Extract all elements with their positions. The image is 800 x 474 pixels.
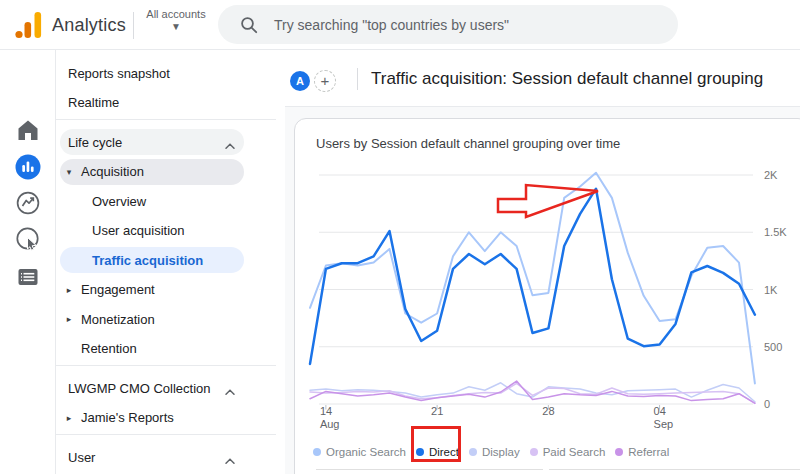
sidebar-item-label: Traffic acquisition [92,253,203,268]
chevron-down-icon: ▼ [142,21,210,32]
report-content: Users by Session default channel groupin… [285,107,800,474]
triangle-right-icon: ▸ [62,306,76,332]
home-icon[interactable] [15,117,41,143]
y-axis-label: 1.5K [764,226,787,238]
legend-label: Direct [429,446,459,458]
sidebar-divider [56,365,276,366]
legend-dot-icon [615,448,623,456]
sidebar-item-label: Retention [81,341,137,356]
page-title: Traffic acquisition: Session default cha… [371,50,763,107]
sidebar-item-label: Reports snapshot [68,66,170,81]
y-axis-label: 0 [764,398,770,410]
x-axis-label: 14 [320,405,332,417]
line-chart[interactable]: 2K1.5K1K500014Aug212804Sep [295,157,800,439]
sidebar-item-traffic-acquisition[interactable]: Traffic acquisition [60,247,244,273]
nav-icon-rail [0,50,56,474]
sidebar-item-label: Engagement [81,282,155,297]
legend-dot-icon [469,448,477,456]
legend-label: Referral [628,446,669,458]
reports-icon[interactable] [15,154,41,180]
report-header: A + Traffic acquisition: Session default… [285,50,800,107]
legend-label: Organic Search [326,446,406,458]
annotation-arrow [498,185,598,217]
triangle-right-icon: ▸ [62,277,76,303]
sidebar-item-monetization[interactable]: ▸Monetization [60,306,244,332]
search-placeholder: Try searching "top countries by users" [274,17,509,33]
legend-dot-icon [313,448,321,456]
legend-item-referral[interactable]: Referral [615,446,669,458]
y-axis-label: 500 [764,341,782,353]
y-axis-label: 1K [764,284,778,296]
chevron-up-icon [224,453,236,461]
legend-label: Display [482,446,520,458]
analytics-logo[interactable]: Analytics [14,10,129,40]
y-axis-label: 2K [764,169,778,181]
chevron-up-icon [224,384,236,392]
sidebar-item-label: Life cycle [68,135,122,150]
sidebar-item-label: User [68,450,95,465]
sidebar-divider [56,434,276,435]
legend-label: Paid Search [543,446,606,458]
x-axis-label-month: Sep [654,418,674,430]
sidebar-item-overview[interactable]: Overview [60,188,244,214]
avatar[interactable]: A [290,71,310,91]
table-top-border-right [549,469,800,470]
chart-title: Users by Session default channel groupin… [316,136,620,151]
sidebar-item-label: LWGMP CMO Collection [68,381,211,396]
search-icon [240,16,258,34]
legend-dot-icon [530,448,538,456]
sidebar-item-realtime[interactable]: Realtime [60,90,244,116]
triangle-right-icon: ▸ [62,405,76,431]
sidebar-item-label: Realtime [68,95,119,110]
topbar-divider [133,12,134,39]
x-axis-label: 04 [654,405,666,417]
sidebar-item-retention[interactable]: Retention [60,336,244,362]
explore-icon[interactable] [15,190,41,216]
analytics-logo-icon [14,10,44,40]
sidebar-item-engagement[interactable]: ▸Engagement [60,277,244,303]
chevron-up-icon [224,138,236,146]
chart-legend: Organic SearchDirectDisplayPaid SearchRe… [313,441,669,463]
legend-dot-icon [416,448,424,456]
sidebar-item-label: User acquisition [92,223,185,238]
search-input[interactable]: Try searching "top countries by users" [218,5,678,44]
x-axis-label: 28 [542,405,554,417]
product-name: Analytics [52,15,126,36]
x-axis-label-month: Aug [320,418,340,430]
account-label: All accounts [146,8,205,20]
sidebar-item-life-cycle[interactable]: Life cycle [60,129,244,155]
library-icon[interactable] [15,264,41,290]
reports-sidebar: Reports snapshotRealtimeLife cycle▾Acqui… [56,50,285,474]
sidebar-item-label: Monetization [81,312,155,327]
sidebar-divider [56,119,276,120]
sidebar-item-lwgmp-cmo-collection[interactable]: LWGMP CMO Collection [60,375,244,401]
sidebar-item-user-acquisition[interactable]: User acquisition [60,218,244,244]
top-app-bar: Analytics All accounts ▼ Try searching "… [0,0,800,50]
account-switcher[interactable]: All accounts ▼ [142,8,210,32]
legend-item-organic-search[interactable]: Organic Search [313,446,406,458]
sidebar-item-jamie-s-reports[interactable]: ▸Jamie's Reports [60,405,244,431]
advertising-icon[interactable] [15,226,41,252]
header-divider [357,68,358,90]
series-line-organic-search [310,173,755,384]
sidebar-item-reports-snapshot[interactable]: Reports snapshot [60,60,244,86]
sidebar-item-label: Overview [92,194,146,209]
triangle-down-icon: ▾ [62,159,76,185]
sidebar-item-label: Jamie's Reports [81,410,174,425]
x-axis-label: 21 [431,405,443,417]
table-top-border-left [316,469,543,470]
legend-item-paid-search[interactable]: Paid Search [530,446,606,458]
chart-card: Users by Session default channel groupin… [294,118,800,474]
sidebar-item-label: Acquisition [81,164,144,179]
sidebar-item-user[interactable]: User [60,444,244,470]
legend-item-direct[interactable]: Direct [416,446,459,458]
add-comparison-button[interactable]: + [314,70,336,92]
legend-item-display[interactable]: Display [469,446,520,458]
sidebar-item-acquisition[interactable]: ▾Acquisition [60,159,244,185]
